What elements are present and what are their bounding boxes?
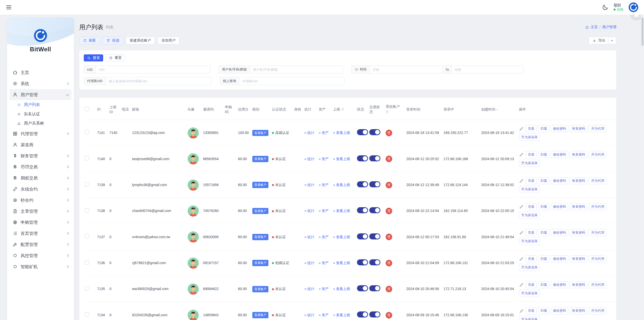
filter-button[interactable]: 筛选 bbox=[103, 37, 123, 44]
row-action-button[interactable]: 充值 bbox=[526, 307, 537, 314]
stats-link[interactable]: » 统计 bbox=[304, 261, 314, 265]
row-action-button[interactable]: 归属 bbox=[538, 125, 549, 132]
row-action-button[interactable]: 恢复密码 bbox=[570, 255, 587, 262]
user-info[interactable]: 發財 在线 bbox=[614, 3, 623, 12]
edit-icon[interactable] bbox=[519, 308, 524, 313]
assets-link[interactable]: » 资产 bbox=[319, 131, 329, 135]
row-action-button[interactable]: 归属 bbox=[538, 307, 549, 314]
row-action-button[interactable]: 修改密码 bbox=[551, 177, 568, 184]
scrollbar-thumb[interactable] bbox=[641, 18, 643, 46]
row-action-button[interactable]: 恢复密码 bbox=[570, 151, 587, 158]
sidebar-item-2[interactable]: 用户管理 bbox=[10, 89, 71, 100]
edit-icon[interactable] bbox=[519, 126, 524, 131]
sidebar-subitem-2-1[interactable]: 实名认证 bbox=[13, 110, 71, 119]
superior-link[interactable]: » 查看上级 bbox=[333, 157, 350, 161]
row-checkbox[interactable] bbox=[85, 130, 89, 134]
sidebar-item-7[interactable]: B期权交易 bbox=[10, 172, 71, 184]
edit-icon[interactable] bbox=[519, 282, 524, 287]
sidebar-item-13[interactable]: 配置管理 bbox=[10, 239, 71, 250]
superior-link[interactable]: » 查看上级 bbox=[333, 183, 350, 187]
row-action-button[interactable]: 升为渠道商 bbox=[519, 186, 540, 193]
edit-icon[interactable] bbox=[519, 204, 524, 209]
sidebar-item-9[interactable]: 秒合约 bbox=[10, 195, 71, 206]
row-action-button[interactable]: 开为代理 bbox=[589, 203, 607, 210]
row-action-button[interactable]: 充值 bbox=[526, 229, 537, 236]
sidebar-item-4[interactable]: 渠道商 bbox=[10, 139, 71, 150]
row-action-button[interactable]: 恢复密码 bbox=[570, 281, 587, 288]
assets-link[interactable]: » 资产 bbox=[319, 235, 329, 239]
superior-link[interactable]: » 查看上级 bbox=[333, 131, 350, 135]
row-action-button[interactable]: 归属 bbox=[538, 203, 549, 210]
row-action-button[interactable]: 开为代理 bbox=[589, 151, 607, 158]
agent-uid-input[interactable] bbox=[105, 77, 211, 85]
stats-link[interactable]: » 统计 bbox=[304, 235, 314, 239]
row-action-button[interactable]: 恢复密码 bbox=[570, 125, 587, 132]
row-action-button[interactable]: 充值 bbox=[526, 125, 537, 132]
status-toggle[interactable] bbox=[357, 155, 368, 161]
assets-link[interactable]: » 资产 bbox=[319, 261, 329, 265]
assets-link[interactable]: » 资产 bbox=[319, 313, 329, 317]
sidebar-item-11[interactable]: 申购管理 bbox=[10, 217, 71, 228]
row-action-button[interactable]: 修改密码 bbox=[551, 281, 568, 288]
row-action-button[interactable]: 开为代理 bbox=[589, 255, 607, 262]
status-toggle[interactable] bbox=[357, 285, 368, 291]
add-user-button[interactable]: 添加用户 bbox=[158, 37, 179, 44]
sidebar-item-10[interactable]: 文章管理 bbox=[10, 206, 71, 217]
assets-link[interactable]: » 资产 bbox=[319, 209, 329, 213]
user-avatar[interactable] bbox=[628, 2, 638, 12]
status-toggle[interactable] bbox=[357, 207, 368, 213]
row-action-button[interactable]: 归属 bbox=[538, 177, 549, 184]
menu-toggle-icon[interactable] bbox=[6, 4, 12, 11]
export-button[interactable]: 导出 ▾ bbox=[589, 37, 616, 44]
row-action-button[interactable]: 升为渠道商 bbox=[519, 316, 540, 320]
chevron-down-icon[interactable]: ▾ bbox=[608, 37, 613, 44]
uid-input[interactable] bbox=[96, 65, 210, 74]
superior-link[interactable]: » 查看上级 bbox=[333, 287, 350, 291]
stats-link[interactable]: » 统计 bbox=[304, 287, 314, 291]
sidebar-item-14[interactable]: 风控管理 bbox=[10, 250, 71, 261]
stats-link[interactable]: » 统计 bbox=[304, 157, 314, 161]
row-action-button[interactable]: 归属 bbox=[538, 229, 549, 236]
superior-link[interactable]: » 查看上级 bbox=[333, 313, 350, 317]
row-action-button[interactable]: 充值 bbox=[526, 151, 537, 158]
row-checkbox[interactable] bbox=[85, 208, 89, 212]
row-action-button[interactable]: 充值 bbox=[526, 177, 537, 184]
trade-status-toggle[interactable] bbox=[369, 233, 380, 239]
filter-icon[interactable] bbox=[386, 110, 403, 115]
status-toggle[interactable] bbox=[357, 181, 368, 187]
row-checkbox[interactable] bbox=[85, 286, 89, 291]
online-query-input[interactable] bbox=[239, 77, 345, 85]
edit-icon[interactable] bbox=[519, 256, 524, 261]
edit-icon[interactable] bbox=[519, 230, 524, 235]
row-action-button[interactable]: 修改密码 bbox=[551, 203, 568, 210]
row-action-button[interactable]: 恢复密码 bbox=[570, 177, 587, 184]
sidebar-item-5[interactable]: $财务管理 bbox=[10, 150, 71, 161]
row-action-button[interactable]: 修改密码 bbox=[551, 125, 568, 132]
trade-status-toggle[interactable] bbox=[369, 311, 380, 317]
assets-link[interactable]: » 资产 bbox=[319, 287, 329, 291]
row-checkbox[interactable] bbox=[85, 312, 89, 316]
refresh-button[interactable]: 刷新 bbox=[79, 37, 100, 44]
row-action-button[interactable]: 升为渠道商 bbox=[519, 160, 540, 167]
row-action-button[interactable]: 归属 bbox=[538, 151, 549, 158]
row-action-button[interactable]: 恢复密码 bbox=[570, 229, 587, 236]
row-action-button[interactable]: 修改密码 bbox=[551, 307, 568, 314]
row-action-button[interactable]: 开为代理 bbox=[589, 125, 607, 132]
row-action-button[interactable]: 充值 bbox=[526, 255, 537, 262]
status-toggle[interactable] bbox=[357, 259, 368, 265]
row-action-button[interactable]: 升为渠道商 bbox=[519, 212, 540, 219]
breadcrumb-home[interactable]: 主页 bbox=[591, 25, 598, 29]
sidebar-item-1[interactable]: 系统 bbox=[10, 78, 71, 89]
row-action-button[interactable]: 充值 bbox=[526, 203, 537, 210]
status-toggle[interactable] bbox=[357, 311, 368, 317]
column-header-sys[interactable]: 系统账户 bbox=[384, 99, 405, 120]
select-all-checkbox[interactable] bbox=[85, 107, 89, 111]
edit-icon[interactable] bbox=[519, 152, 524, 157]
user-input[interactable] bbox=[250, 65, 343, 74]
trade-status-toggle[interactable] bbox=[369, 207, 380, 213]
row-action-button[interactable]: 归属 bbox=[538, 255, 549, 262]
stats-link[interactable]: » 统计 bbox=[304, 131, 314, 135]
edit-icon[interactable] bbox=[519, 178, 524, 183]
superior-link[interactable]: » 查看上级 bbox=[333, 235, 350, 239]
sort-asc-icon[interactable]: ↑ bbox=[496, 108, 498, 111]
